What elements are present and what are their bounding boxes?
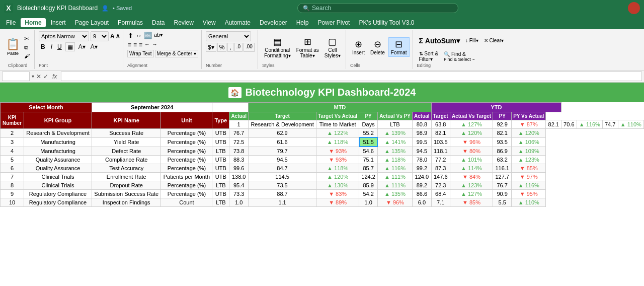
align-bottom-button[interactable]: 🔤: [143, 31, 152, 40]
file-name: Biotechnology KPI Dashboard: [17, 5, 98, 12]
menu-utility-tool[interactable]: PK's Utility Tool V3.0: [355, 18, 418, 27]
delete-button[interactable]: ⊖ Delete: [368, 38, 387, 56]
sort-filter-button[interactable]: ⇅ Sort & Filter▾: [417, 50, 441, 63]
menu-insert[interactable]: Insert: [47, 18, 70, 27]
menu-data[interactable]: Data: [148, 18, 169, 27]
indent-decrease-button[interactable]: ←: [144, 41, 150, 49]
search-input[interactable]: [312, 5, 413, 12]
copy-button[interactable]: ⧉: [23, 44, 31, 51]
menu-file[interactable]: File: [2, 18, 20, 27]
menu-view[interactable]: View: [199, 18, 220, 27]
ytd-header: YTD: [431, 103, 561, 112]
alignment-label: Alignment: [127, 63, 198, 68]
menu-help[interactable]: Help: [292, 18, 313, 27]
clear-button[interactable]: ✕ Clear▾: [482, 37, 506, 44]
dashboard-title: Biotechnology KPI Dashboard-2024: [246, 87, 416, 98]
kpi-group-header: KPI Group: [24, 112, 92, 129]
comma-button[interactable]: ,: [227, 43, 233, 52]
search-icon: 🔍: [303, 5, 310, 12]
italic-button[interactable]: I: [49, 43, 54, 51]
align-middle-button[interactable]: ↔: [135, 31, 142, 40]
mtd-avspy-header: Actual Vs PY: [377, 112, 412, 120]
align-center-button[interactable]: ≡: [133, 41, 137, 49]
indent-increase-button[interactable]: →: [151, 41, 158, 49]
user-avatar[interactable]: [628, 2, 640, 14]
currency-button[interactable]: $▾: [206, 43, 216, 52]
find-select-button[interactable]: 🔍 Find & Find & Select ~: [442, 50, 476, 63]
search-box[interactable]: 🔍: [297, 3, 458, 13]
font-group: Aptos Narrow 9 A A B I U ▦ A▾ A▾ Font: [36, 30, 123, 69]
format-painter-button[interactable]: 🖌: [23, 52, 31, 59]
kpi-number-header: KPINumber: [1, 112, 24, 129]
align-top-button[interactable]: ⬆: [127, 31, 134, 40]
type-header: Type: [212, 112, 229, 129]
menu-home[interactable]: Home: [21, 18, 45, 27]
table-row: 10 Regulatory Compliance Inspection Find…: [1, 198, 644, 207]
table-row: 8 Clinical Trials Dropout Rate Percentag…: [1, 181, 644, 190]
clipboard-group: 📋 Paste ✂ ⧉ 🖌 Clipboard: [1, 30, 35, 69]
excel-icon: X: [4, 4, 13, 13]
menu-automate[interactable]: Automate: [221, 18, 255, 27]
conditional-formatting-button[interactable]: ▤ Conditional Formatting▾: [262, 35, 293, 59]
menu-page-layout[interactable]: Page Layout: [71, 18, 113, 27]
sheet-area: 🏠 Biotechnology KPI Dashboard-2024 Selec…: [0, 83, 644, 207]
ribbon: 📋 Paste ✂ ⧉ 🖌 Clipboard Aptos Narrow 9 A…: [0, 29, 644, 70]
wrap-text-button[interactable]: Wrap Text: [127, 50, 154, 57]
menu-review[interactable]: Review: [170, 18, 197, 27]
decimal-decrease-button[interactable]: .00: [244, 43, 255, 52]
underline-button[interactable]: U: [56, 43, 63, 51]
bold-button[interactable]: B: [39, 42, 47, 51]
insert-button[interactable]: ⊕ Insert: [350, 38, 367, 56]
kpi-name-header: KPI Name: [92, 112, 161, 129]
font-size-select[interactable]: 9: [91, 31, 109, 41]
mtd-header: MTD: [249, 103, 432, 112]
share-icon: 👤: [102, 5, 109, 12]
formula-accept-icon[interactable]: ✓: [43, 73, 48, 80]
mtd-actual-header: Actual: [229, 112, 249, 120]
styles-group: ▤ Conditional Formatting▾ ⊞ Format as Ta…: [259, 30, 346, 69]
menu-power-pivot[interactable]: Power Pivot: [313, 18, 354, 27]
number-label: Number: [206, 63, 255, 68]
cells-group: ⊕ Insert ⊖ Delete ⊟ Format Cells: [347, 30, 413, 69]
table-row: 6 Quality Assurance Test Accuracy Percen…: [1, 164, 644, 173]
decimal-increase-button[interactable]: .0: [234, 43, 243, 52]
number-format-select[interactable]: General: [206, 31, 251, 41]
select-month-value: September 2024: [92, 103, 212, 112]
cell-styles-button[interactable]: ▢ Cell Styles▾: [323, 35, 343, 59]
cell-reference[interactable]: L8: [2, 72, 30, 81]
align-right-button[interactable]: ≡: [138, 41, 143, 49]
format-as-table-button[interactable]: ⊞ Format as Table▾: [294, 35, 321, 59]
clipboard-label: Clipboard: [8, 63, 28, 68]
align-left-button[interactable]: ≡: [127, 41, 132, 49]
orientation-button[interactable]: ab▾: [153, 31, 164, 40]
ytd-pvsa-header: PY Vs Actual: [512, 112, 546, 120]
dashboard-header: 🏠 Biotechnology KPI Dashboard-2024: [0, 83, 644, 102]
percent-button[interactable]: %: [217, 43, 227, 52]
font-name-select[interactable]: Aptos Narrow: [39, 31, 89, 41]
mtd-target-header: Target: [249, 112, 316, 120]
format-button[interactable]: ⊟ Format: [388, 37, 410, 57]
formula-cancel-icon[interactable]: ✕: [36, 73, 41, 80]
cells-label: Cells: [350, 63, 410, 68]
mtd-py-header: PY: [359, 112, 378, 120]
autosum-button[interactable]: Σ AutoSum▾: [417, 36, 462, 46]
font-decrease-button[interactable]: A: [116, 34, 120, 39]
home-icon[interactable]: 🏠: [228, 87, 242, 98]
menu-developer[interactable]: Developer: [256, 18, 291, 27]
formula-input[interactable]: [61, 72, 642, 81]
cell-expand-icon[interactable]: ▾: [32, 74, 34, 79]
font-increase-button[interactable]: A: [110, 33, 115, 40]
cut-button[interactable]: ✂: [23, 35, 31, 43]
number-group: General $▾ % , .0 .00 Number: [203, 30, 258, 69]
fill-color-button[interactable]: A▾: [77, 43, 87, 51]
font-color-button[interactable]: A▾: [89, 43, 99, 51]
border-button[interactable]: ▦: [65, 42, 75, 51]
paste-button[interactable]: 📋 Paste: [4, 37, 22, 57]
fill-button[interactable]: ↓ Fill▾: [463, 37, 480, 44]
table-row: 3 Manufacturing Yield Rate Percentage (%…: [1, 137, 644, 147]
editing-label: Editing: [417, 63, 506, 68]
merge-button[interactable]: Merge & Center ▾: [155, 50, 198, 57]
ytd-target-header: Target: [431, 112, 450, 120]
menu-formulas[interactable]: Formulas: [114, 18, 147, 27]
formula-bar: L8 ▾ ✕ ✓ fx: [0, 70, 644, 83]
